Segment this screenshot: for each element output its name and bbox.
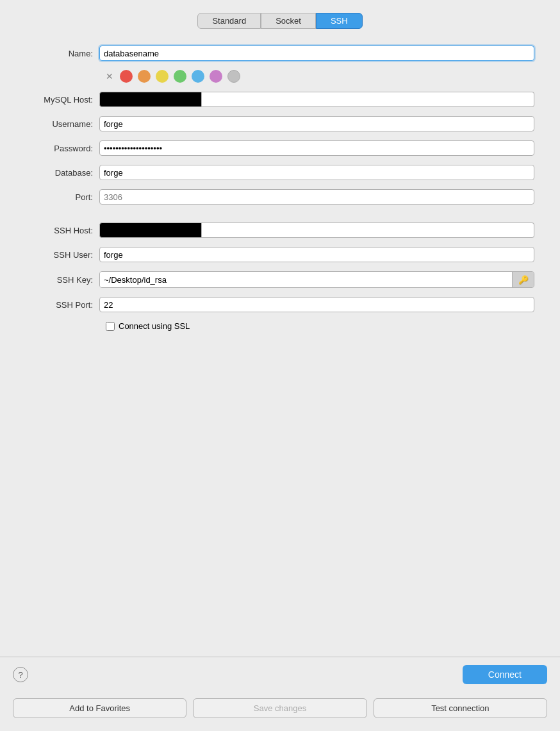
ssh-key-label: SSH Key: <box>26 275 99 285</box>
color-yellow[interactable] <box>156 70 169 83</box>
color-red[interactable] <box>120 70 133 83</box>
tab-socket[interactable]: Socket <box>261 13 316 29</box>
footer-row: Add to Favorites Save changes Test conne… <box>0 692 560 731</box>
help-button[interactable]: ? <box>13 667 28 682</box>
ssh-key-row: SSH Key: 🔑 <box>26 271 534 288</box>
password-label: Password: <box>26 144 99 153</box>
ssh-port-row: SSH Port: <box>26 297 534 312</box>
ssl-label[interactable]: Connect using SSL <box>119 321 190 331</box>
username-input[interactable] <box>99 116 534 131</box>
ssh-host-row: SSH Host: <box>26 223 534 238</box>
ssh-user-input[interactable] <box>99 247 534 262</box>
tab-bar: Standard Socket SSH <box>0 0 560 39</box>
test-connection-button[interactable]: Test connection <box>374 698 547 718</box>
mysql-host-input[interactable] <box>202 92 534 107</box>
name-input[interactable] <box>99 46 534 61</box>
ssh-port-label: SSH Port: <box>26 300 99 310</box>
username-label: Username: <box>26 119 99 129</box>
port-input[interactable] <box>99 189 534 205</box>
save-changes-button[interactable]: Save changes <box>193 698 366 718</box>
ssh-user-row: SSH User: <box>26 247 534 262</box>
name-row: Name: <box>26 46 534 61</box>
mysql-host-redacted <box>99 92 202 107</box>
color-gray[interactable] <box>227 70 240 83</box>
tab-ssh[interactable]: SSH <box>316 13 363 29</box>
database-input[interactable] <box>99 165 534 180</box>
ssh-key-wrapper: 🔑 <box>99 271 534 288</box>
ssh-user-label: SSH User: <box>26 250 99 260</box>
color-picker-row: ✕ <box>26 70 534 83</box>
ssh-host-label: SSH Host: <box>26 226 99 235</box>
color-purple[interactable] <box>210 70 222 83</box>
color-orange[interactable] <box>138 70 151 83</box>
ssl-checkbox[interactable] <box>106 322 115 331</box>
mysql-host-row: MySQL Host: <box>26 92 534 107</box>
ssh-port-input[interactable] <box>99 297 534 312</box>
color-clear-icon[interactable]: ✕ <box>106 71 113 81</box>
color-blue[interactable] <box>192 70 204 83</box>
port-row: Port: <box>26 189 534 205</box>
port-label: Port: <box>26 192 99 202</box>
key-icon: 🔑 <box>518 275 529 285</box>
database-row: Database: <box>26 165 534 180</box>
username-row: Username: <box>26 116 534 131</box>
database-label: Database: <box>26 168 99 178</box>
form-area: Name: ✕ MySQL Host: Username: Passw <box>0 39 560 657</box>
mysql-host-label: MySQL Host: <box>26 95 99 105</box>
bottom-area: ? Connect <box>0 657 560 692</box>
password-row: Password: <box>26 140 534 156</box>
ssh-key-input[interactable] <box>100 272 512 287</box>
connect-button[interactable]: Connect <box>463 665 547 684</box>
add-to-favorites-button[interactable]: Add to Favorites <box>13 698 186 718</box>
name-label: Name: <box>26 49 99 58</box>
ssl-row: Connect using SSL <box>26 321 534 331</box>
ssh-key-browse-button[interactable]: 🔑 <box>512 272 534 287</box>
password-input[interactable] <box>99 140 534 156</box>
ssh-host-input[interactable] <box>202 223 534 238</box>
tab-standard[interactable]: Standard <box>197 13 261 29</box>
ssh-host-redacted <box>99 223 202 238</box>
color-green[interactable] <box>174 70 186 83</box>
